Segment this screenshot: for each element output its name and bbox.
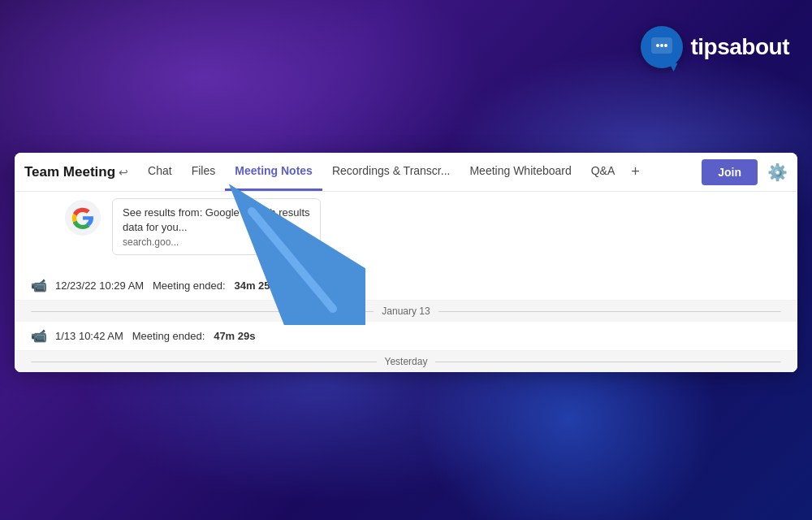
video-icon-1: 📹 [31, 278, 47, 293]
nav-tabs: Chat Files Meeting Notes Recordings & Tr… [138, 153, 702, 191]
logo-area: tipsabout [641, 26, 790, 68]
tab-files[interactable]: Files [182, 153, 226, 191]
tab-whiteboard[interactable]: Meeting Whiteboard [460, 153, 581, 191]
tab-qa[interactable]: Q&A [581, 153, 625, 191]
link-title: See results from: Google Search results … [123, 206, 310, 235]
nav-bar: Team Meeting ↩ Chat Files Meeting Notes … [15, 153, 797, 192]
meeting-info-1: 12/23/22 10:29 AM Meeting ended: 34m 25s [55, 280, 276, 292]
svg-point-2 [660, 44, 663, 47]
logo-icon [641, 26, 683, 68]
divider-line-right-2 [435, 362, 781, 362]
logo-svg [650, 36, 674, 58]
divider-line-right-1 [438, 311, 781, 312]
google-logo [63, 198, 102, 237]
divider-line-left-2 [31, 362, 377, 362]
date-label-jan13: January 13 [374, 306, 438, 317]
join-button[interactable]: Join [702, 159, 758, 185]
nav-right: Join ⚙️ [702, 159, 788, 185]
tab-chat[interactable]: Chat [138, 153, 182, 191]
people-icon[interactable]: ⚙️ [767, 162, 788, 182]
meeting-row-1: 📹 12/23/22 10:29 AM Meeting ended: 34m 2… [15, 271, 797, 301]
tab-meeting-notes[interactable]: Meeting Notes [225, 153, 322, 191]
svg-point-3 [664, 44, 667, 47]
svg-point-1 [656, 44, 659, 47]
date-divider-yesterday: Yesterday [15, 351, 797, 372]
logo-text: tipsabout [691, 34, 790, 60]
teams-card: Team Meeting ↩ Chat Files Meeting Notes … [15, 153, 797, 372]
meeting-row-2: 📹 1/13 10:42 AM Meeting ended: 47m 29s [15, 322, 797, 351]
google-g-svg [65, 200, 101, 236]
team-icon-btn[interactable]: ↩ [119, 166, 128, 179]
date-label-yesterday: Yesterday [377, 356, 436, 367]
team-name: Team Meeting [24, 164, 115, 180]
content-area: See results from: Google Search results … [15, 192, 797, 372]
tab-recordings[interactable]: Recordings & Transcr... [322, 153, 460, 191]
link-preview-card[interactable]: See results from: Google Search results … [112, 198, 321, 255]
divider-line-left-1 [31, 311, 374, 312]
add-tab-button[interactable]: + [624, 153, 646, 191]
google-link-preview: See results from: Google Search results … [15, 192, 797, 271]
video-icon-2: 📹 [31, 328, 47, 344]
date-divider-jan13: January 13 [15, 301, 797, 322]
link-url: search.goo... [123, 236, 310, 248]
meeting-info-2: 1/13 10:42 AM Meeting ended: 47m 29s [55, 330, 255, 342]
